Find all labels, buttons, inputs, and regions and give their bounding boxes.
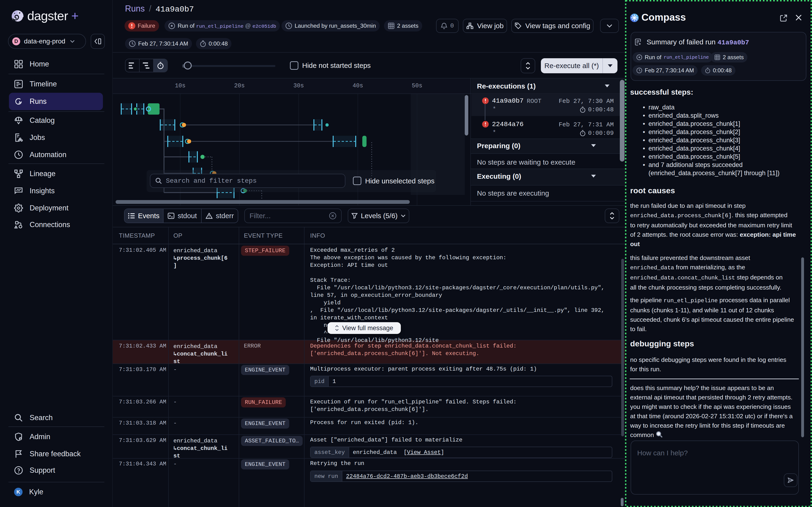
svg-text:20s: 20s — [234, 82, 245, 89]
svg-text:50s: 50s — [412, 82, 422, 89]
svg-text:40s: 40s — [353, 82, 363, 89]
svg-text:10s: 10s — [175, 82, 185, 89]
svg-text:30s: 30s — [293, 82, 304, 89]
